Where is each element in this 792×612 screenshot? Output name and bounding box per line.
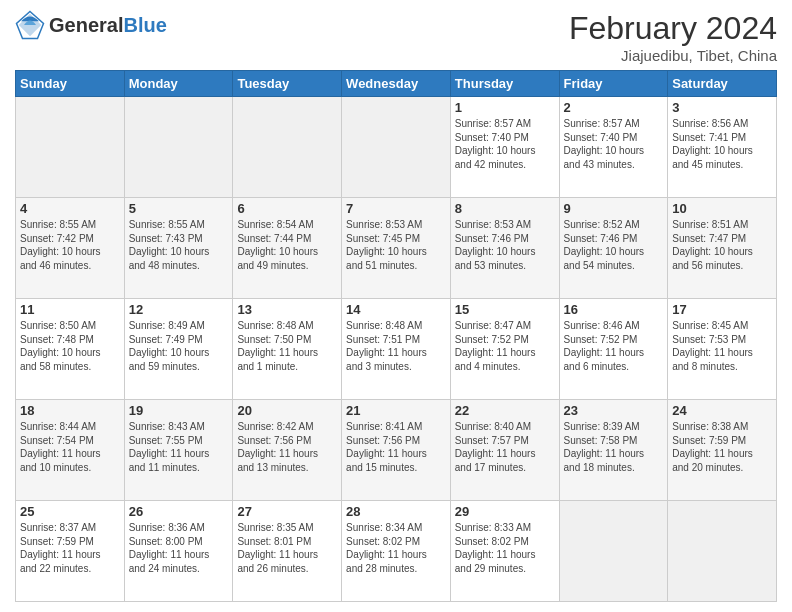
calendar-cell (16, 97, 125, 198)
calendar-cell: 29Sunrise: 8:33 AM Sunset: 8:02 PM Dayli… (450, 501, 559, 602)
day-info: Sunrise: 8:53 AM Sunset: 7:45 PM Dayligh… (346, 218, 446, 272)
day-number: 3 (672, 100, 772, 115)
calendar-week-row: 11Sunrise: 8:50 AM Sunset: 7:48 PM Dayli… (16, 299, 777, 400)
day-info: Sunrise: 8:52 AM Sunset: 7:46 PM Dayligh… (564, 218, 664, 272)
page: GeneralBlue February 2024 Jiajuedibu, Ti… (0, 0, 792, 612)
day-of-week-header: Thursday (450, 71, 559, 97)
calendar-cell: 2Sunrise: 8:57 AM Sunset: 7:40 PM Daylig… (559, 97, 668, 198)
calendar-cell: 14Sunrise: 8:48 AM Sunset: 7:51 PM Dayli… (342, 299, 451, 400)
day-info: Sunrise: 8:46 AM Sunset: 7:52 PM Dayligh… (564, 319, 664, 373)
day-info: Sunrise: 8:53 AM Sunset: 7:46 PM Dayligh… (455, 218, 555, 272)
calendar-cell: 28Sunrise: 8:34 AM Sunset: 8:02 PM Dayli… (342, 501, 451, 602)
day-info: Sunrise: 8:56 AM Sunset: 7:41 PM Dayligh… (672, 117, 772, 171)
calendar-cell: 4Sunrise: 8:55 AM Sunset: 7:42 PM Daylig… (16, 198, 125, 299)
calendar-cell: 6Sunrise: 8:54 AM Sunset: 7:44 PM Daylig… (233, 198, 342, 299)
title-block: February 2024 Jiajuedibu, Tibet, China (569, 10, 777, 64)
calendar-week-row: 25Sunrise: 8:37 AM Sunset: 7:59 PM Dayli… (16, 501, 777, 602)
calendar-cell: 1Sunrise: 8:57 AM Sunset: 7:40 PM Daylig… (450, 97, 559, 198)
calendar-cell: 20Sunrise: 8:42 AM Sunset: 7:56 PM Dayli… (233, 400, 342, 501)
calendar-cell (559, 501, 668, 602)
calendar-subtitle: Jiajuedibu, Tibet, China (569, 47, 777, 64)
day-of-week-header: Tuesday (233, 71, 342, 97)
day-number: 16 (564, 302, 664, 317)
calendar-cell (668, 501, 777, 602)
calendar-cell: 3Sunrise: 8:56 AM Sunset: 7:41 PM Daylig… (668, 97, 777, 198)
day-info: Sunrise: 8:41 AM Sunset: 7:56 PM Dayligh… (346, 420, 446, 474)
day-number: 15 (455, 302, 555, 317)
calendar-cell: 17Sunrise: 8:45 AM Sunset: 7:53 PM Dayli… (668, 299, 777, 400)
calendar-cell: 11Sunrise: 8:50 AM Sunset: 7:48 PM Dayli… (16, 299, 125, 400)
day-number: 27 (237, 504, 337, 519)
day-info: Sunrise: 8:40 AM Sunset: 7:57 PM Dayligh… (455, 420, 555, 474)
day-info: Sunrise: 8:39 AM Sunset: 7:58 PM Dayligh… (564, 420, 664, 474)
calendar-table: SundayMondayTuesdayWednesdayThursdayFrid… (15, 70, 777, 602)
calendar-cell (233, 97, 342, 198)
calendar-cell: 22Sunrise: 8:40 AM Sunset: 7:57 PM Dayli… (450, 400, 559, 501)
calendar-cell: 10Sunrise: 8:51 AM Sunset: 7:47 PM Dayli… (668, 198, 777, 299)
day-info: Sunrise: 8:57 AM Sunset: 7:40 PM Dayligh… (564, 117, 664, 171)
day-number: 10 (672, 201, 772, 216)
day-number: 6 (237, 201, 337, 216)
day-number: 23 (564, 403, 664, 418)
calendar-cell: 25Sunrise: 8:37 AM Sunset: 7:59 PM Dayli… (16, 501, 125, 602)
logo-text: GeneralBlue (49, 14, 167, 37)
header: GeneralBlue February 2024 Jiajuedibu, Ti… (15, 10, 777, 64)
day-info: Sunrise: 8:38 AM Sunset: 7:59 PM Dayligh… (672, 420, 772, 474)
calendar-cell: 21Sunrise: 8:41 AM Sunset: 7:56 PM Dayli… (342, 400, 451, 501)
day-number: 11 (20, 302, 120, 317)
day-number: 26 (129, 504, 229, 519)
day-info: Sunrise: 8:55 AM Sunset: 7:43 PM Dayligh… (129, 218, 229, 272)
calendar-cell (342, 97, 451, 198)
calendar-cell: 23Sunrise: 8:39 AM Sunset: 7:58 PM Dayli… (559, 400, 668, 501)
day-number: 19 (129, 403, 229, 418)
day-number: 28 (346, 504, 446, 519)
day-number: 21 (346, 403, 446, 418)
calendar-week-row: 18Sunrise: 8:44 AM Sunset: 7:54 PM Dayli… (16, 400, 777, 501)
day-number: 14 (346, 302, 446, 317)
calendar-cell: 18Sunrise: 8:44 AM Sunset: 7:54 PM Dayli… (16, 400, 125, 501)
day-info: Sunrise: 8:37 AM Sunset: 7:59 PM Dayligh… (20, 521, 120, 575)
day-number: 13 (237, 302, 337, 317)
day-info: Sunrise: 8:49 AM Sunset: 7:49 PM Dayligh… (129, 319, 229, 373)
day-number: 29 (455, 504, 555, 519)
day-of-week-header: Sunday (16, 71, 125, 97)
calendar-cell: 24Sunrise: 8:38 AM Sunset: 7:59 PM Dayli… (668, 400, 777, 501)
calendar-cell: 13Sunrise: 8:48 AM Sunset: 7:50 PM Dayli… (233, 299, 342, 400)
calendar-cell: 8Sunrise: 8:53 AM Sunset: 7:46 PM Daylig… (450, 198, 559, 299)
calendar-cell: 5Sunrise: 8:55 AM Sunset: 7:43 PM Daylig… (124, 198, 233, 299)
calendar-week-row: 4Sunrise: 8:55 AM Sunset: 7:42 PM Daylig… (16, 198, 777, 299)
day-info: Sunrise: 8:42 AM Sunset: 7:56 PM Dayligh… (237, 420, 337, 474)
calendar-body: 1Sunrise: 8:57 AM Sunset: 7:40 PM Daylig… (16, 97, 777, 602)
day-info: Sunrise: 8:47 AM Sunset: 7:52 PM Dayligh… (455, 319, 555, 373)
calendar-cell: 9Sunrise: 8:52 AM Sunset: 7:46 PM Daylig… (559, 198, 668, 299)
calendar-cell: 12Sunrise: 8:49 AM Sunset: 7:49 PM Dayli… (124, 299, 233, 400)
day-info: Sunrise: 8:33 AM Sunset: 8:02 PM Dayligh… (455, 521, 555, 575)
day-info: Sunrise: 8:54 AM Sunset: 7:44 PM Dayligh… (237, 218, 337, 272)
logo: GeneralBlue (15, 10, 167, 40)
calendar-cell: 16Sunrise: 8:46 AM Sunset: 7:52 PM Dayli… (559, 299, 668, 400)
calendar-cell (124, 97, 233, 198)
logo-general-text: General (49, 14, 123, 36)
calendar-cell: 7Sunrise: 8:53 AM Sunset: 7:45 PM Daylig… (342, 198, 451, 299)
calendar-title: February 2024 (569, 10, 777, 47)
day-info: Sunrise: 8:57 AM Sunset: 7:40 PM Dayligh… (455, 117, 555, 171)
day-number: 9 (564, 201, 664, 216)
day-number: 8 (455, 201, 555, 216)
day-info: Sunrise: 8:45 AM Sunset: 7:53 PM Dayligh… (672, 319, 772, 373)
day-info: Sunrise: 8:50 AM Sunset: 7:48 PM Dayligh… (20, 319, 120, 373)
day-number: 5 (129, 201, 229, 216)
calendar-cell: 19Sunrise: 8:43 AM Sunset: 7:55 PM Dayli… (124, 400, 233, 501)
day-info: Sunrise: 8:48 AM Sunset: 7:51 PM Dayligh… (346, 319, 446, 373)
day-number: 1 (455, 100, 555, 115)
day-of-week-header: Monday (124, 71, 233, 97)
day-of-week-header: Saturday (668, 71, 777, 97)
day-number: 17 (672, 302, 772, 317)
day-number: 22 (455, 403, 555, 418)
calendar-week-row: 1Sunrise: 8:57 AM Sunset: 7:40 PM Daylig… (16, 97, 777, 198)
day-info: Sunrise: 8:34 AM Sunset: 8:02 PM Dayligh… (346, 521, 446, 575)
day-info: Sunrise: 8:55 AM Sunset: 7:42 PM Dayligh… (20, 218, 120, 272)
day-number: 18 (20, 403, 120, 418)
day-number: 12 (129, 302, 229, 317)
day-info: Sunrise: 8:43 AM Sunset: 7:55 PM Dayligh… (129, 420, 229, 474)
day-info: Sunrise: 8:44 AM Sunset: 7:54 PM Dayligh… (20, 420, 120, 474)
